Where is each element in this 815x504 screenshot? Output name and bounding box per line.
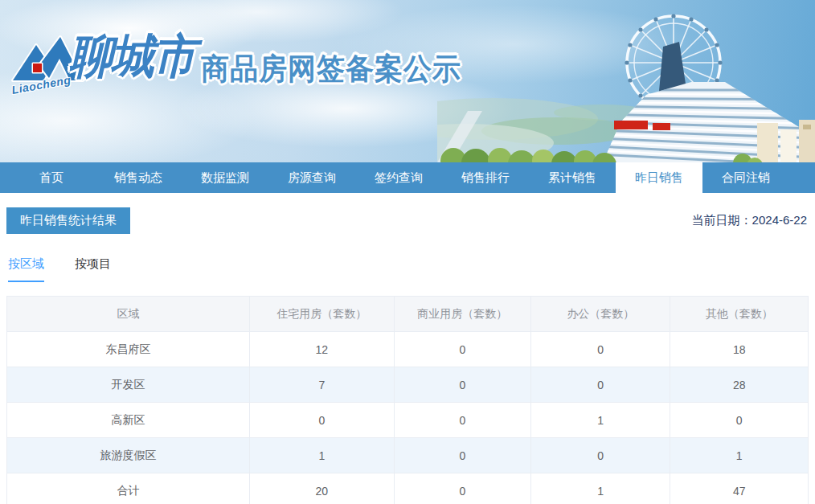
column-header: 其他（套数） xyxy=(670,297,809,332)
nav-item-home[interactable]: 首页 xyxy=(8,162,95,193)
row-label: 合计 xyxy=(7,473,250,504)
table-cell: 0 xyxy=(394,438,530,473)
city-skyline-image xyxy=(437,0,815,162)
column-header: 商业用房（套数） xyxy=(394,297,530,332)
nav-item-yesterday-sales[interactable]: 昨日销售 xyxy=(616,162,702,193)
nav-item-sales-ranking[interactable]: 销售排行 xyxy=(442,162,529,193)
table-cell: 0 xyxy=(670,403,809,438)
row-label: 开发区 xyxy=(7,367,250,403)
table-row: 开发区70028 xyxy=(7,367,809,403)
table-cell: 1 xyxy=(531,473,670,504)
table-row: 高新区0010 xyxy=(7,403,809,438)
tab-by-region[interactable]: 按区域 xyxy=(8,256,44,282)
column-header: 区域 xyxy=(7,297,250,332)
column-header: 办公（套数） xyxy=(531,297,670,332)
table-cell: 0 xyxy=(394,332,530,367)
main-content: 昨日销售统计结果 当前日期：2024-6-22 按区域按项目 区域住宅用房（套数… xyxy=(0,207,815,504)
table-row: 合计200147 xyxy=(7,473,809,504)
table-cell: 0 xyxy=(531,367,670,403)
table-cell: 1 xyxy=(670,438,809,473)
row-label: 高新区 xyxy=(7,403,250,438)
table-cell: 7 xyxy=(250,367,394,403)
nav-item-listing-query[interactable]: 房源查询 xyxy=(268,162,355,193)
row-label: 东昌府区 xyxy=(7,332,250,367)
site-title-calligraphy: 聊城市 xyxy=(69,29,195,83)
table-row: 旅游度假区1001 xyxy=(7,438,809,473)
nav-item-contract-cancel[interactable]: 合同注销 xyxy=(702,162,789,193)
table-cell: 1 xyxy=(531,403,670,438)
nav-item-cumulative-sales[interactable]: 累计销售 xyxy=(529,162,616,193)
table-cell: 12 xyxy=(250,332,394,367)
table-cell: 0 xyxy=(394,473,530,504)
table-cell: 0 xyxy=(531,332,670,367)
current-date: 当前日期：2024-6-22 xyxy=(692,213,809,228)
site-header: Liaocheng 聊城市 商品房网签备案公示 xyxy=(0,0,815,162)
tab-by-project[interactable]: 按项目 xyxy=(75,256,111,282)
column-header: 住宅用房（套数） xyxy=(250,297,394,332)
sales-stats-table: 区域住宅用房（套数）商业用房（套数）办公（套数）其他（套数） 东昌府区12001… xyxy=(6,296,809,504)
table-cell: 0 xyxy=(250,403,394,438)
row-label: 旅游度假区 xyxy=(7,438,250,473)
page-title: 昨日销售统计结果 xyxy=(6,207,130,234)
nav-item-sales-trends[interactable]: 销售动态 xyxy=(95,162,182,193)
view-tabs: 按区域按项目 xyxy=(6,256,809,282)
table-cell: 1 xyxy=(250,438,394,473)
table-cell: 18 xyxy=(670,332,809,367)
nav-item-contract-query[interactable]: 签约查询 xyxy=(355,162,442,193)
table-row: 东昌府区120018 xyxy=(7,332,809,367)
table-cell: 0 xyxy=(531,438,670,473)
table-cell: 20 xyxy=(250,473,394,504)
site-subtitle: 商品房网签备案公示 xyxy=(201,49,461,88)
main-nav: 首页销售动态数据监测房源查询签约查询销售排行累计销售昨日销售合同注销 xyxy=(0,162,815,193)
table-cell: 0 xyxy=(394,403,530,438)
nav-item-data-monitoring[interactable]: 数据监测 xyxy=(182,162,268,193)
table-cell: 28 xyxy=(670,367,809,403)
table-cell: 0 xyxy=(394,367,530,403)
table-cell: 47 xyxy=(670,473,809,504)
